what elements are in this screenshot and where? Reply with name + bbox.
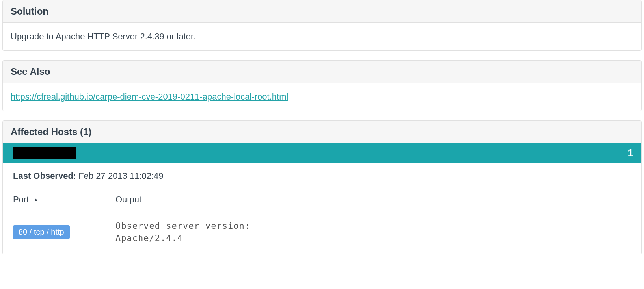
cell-port: 80 / tcp / http (13, 220, 115, 245)
host-detail: Last Observed: Feb 27 2013 11:02:49 Port… (3, 163, 641, 254)
solution-header: Solution (3, 0, 641, 23)
host-row[interactable]: 1 (3, 143, 641, 163)
host-count-badge: 1 (628, 147, 633, 159)
last-observed: Last Observed: Feb 27 2013 11:02:49 (13, 171, 631, 181)
solution-panel: Solution Upgrade to Apache HTTP Server 2… (2, 0, 642, 51)
last-observed-label: Last Observed: (13, 171, 76, 181)
see-also-link[interactable]: https://cfreal.github.io/carpe-diem-cve-… (11, 92, 288, 102)
affected-hosts-header: Affected Hosts (1) (3, 121, 641, 143)
column-port-label: Port (13, 195, 29, 205)
last-observed-value: Feb 27 2013 11:02:49 (78, 171, 163, 181)
see-also-header: See Also (3, 61, 641, 83)
table-header: Port ▲ Output (13, 192, 631, 212)
see-also-panel: See Also https://cfreal.github.io/carpe-… (2, 60, 642, 111)
host-name-redacted (13, 147, 76, 159)
column-header-output[interactable]: Output (115, 195, 631, 205)
solution-body: Upgrade to Apache HTTP Server 2.4.39 or … (3, 23, 641, 50)
column-header-port[interactable]: Port ▲ (13, 195, 115, 205)
sort-asc-icon: ▲ (34, 197, 38, 202)
affected-hosts-panel: Affected Hosts (1) 1 Last Observed: Feb … (2, 120, 642, 254)
see-also-body: https://cfreal.github.io/carpe-diem-cve-… (3, 83, 641, 111)
ports-table: Port ▲ Output 80 / tcp / http Observed s… (13, 192, 631, 254)
table-row: 80 / tcp / http Observed server version:… (13, 212, 631, 254)
port-badge[interactable]: 80 / tcp / http (13, 225, 70, 239)
output-text: Observed server version: Apache/2.4.4 (115, 220, 631, 245)
cell-output: Observed server version: Apache/2.4.4 (115, 220, 631, 245)
